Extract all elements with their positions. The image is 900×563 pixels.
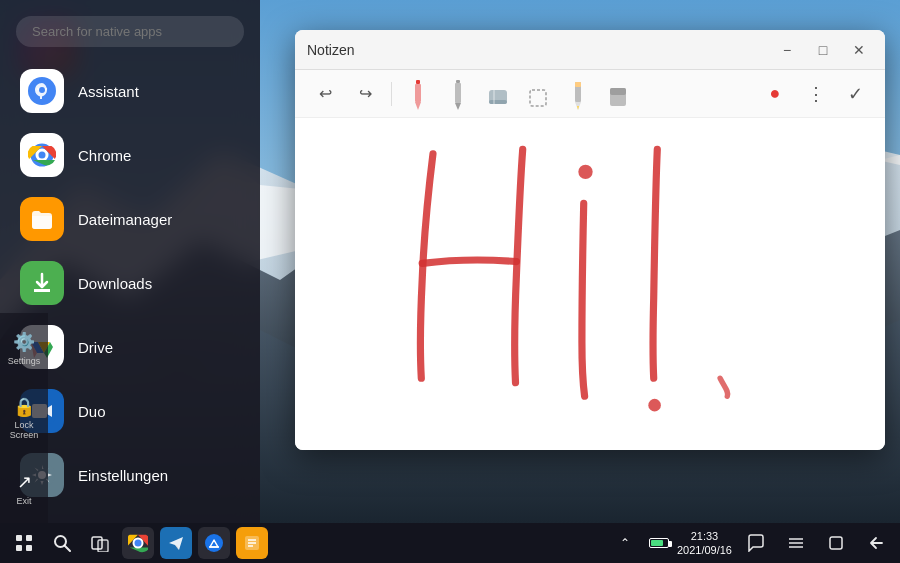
- settings-icon: ⚙️: [13, 331, 35, 353]
- settings-action[interactable]: ⚙️ Settings: [0, 313, 48, 383]
- pen-red-tool[interactable]: [400, 76, 436, 112]
- app-item-downloads[interactable]: Downloads: [8, 251, 252, 315]
- status-time: 21:33 2021/09/16: [677, 529, 732, 558]
- taskbar: ⌃ 21:33 2021/09/16: [0, 523, 900, 563]
- close-button[interactable]: ✕: [845, 36, 873, 64]
- home-button[interactable]: [820, 527, 852, 559]
- chat-button[interactable]: [740, 527, 772, 559]
- telegram-icon: [167, 534, 185, 552]
- pencil-tool[interactable]: [560, 76, 596, 112]
- more-button[interactable]: ⋮: [797, 76, 833, 112]
- app-item-dateimanager[interactable]: Dateimanager: [8, 187, 252, 251]
- svg-rect-21: [489, 100, 507, 104]
- folder-icon-svg: [29, 206, 55, 232]
- dateimanager-icon: [20, 197, 64, 241]
- svg-rect-16: [416, 80, 420, 84]
- toolbar-sep-1: [391, 82, 392, 106]
- lock-screen-action[interactable]: 🔒 LockScreen: [0, 383, 48, 453]
- block-icon: [607, 82, 629, 110]
- search-button[interactable]: [46, 527, 78, 559]
- pen-gray-icon: [452, 80, 464, 110]
- duo-label: Duo: [78, 403, 106, 420]
- svg-point-10: [39, 152, 46, 159]
- left-sidebar: ⚙️ Settings 🔒 LockScreen ↗ Exit: [0, 313, 48, 523]
- svg-rect-23: [530, 90, 546, 106]
- svg-rect-30: [16, 535, 22, 541]
- appstore-button[interactable]: [198, 527, 230, 559]
- chrome-taskbar-button[interactable]: [122, 527, 154, 559]
- svg-rect-18: [456, 80, 460, 83]
- minimize-button[interactable]: −: [773, 36, 801, 64]
- menu-icon: [787, 534, 805, 552]
- exit-icon: ↗: [17, 471, 32, 493]
- time-display: 21:33: [677, 529, 732, 543]
- svg-rect-17: [415, 84, 421, 102]
- notes-taskbar-icon: [243, 534, 261, 552]
- downloads-icon: [20, 261, 64, 305]
- assistant-label: Assistant: [78, 83, 139, 100]
- svg-point-40: [135, 540, 142, 547]
- back-icon: [868, 535, 884, 551]
- lock-icon: 🔒: [13, 396, 35, 418]
- record-button[interactable]: ●: [757, 76, 793, 112]
- back-button[interactable]: [860, 527, 892, 559]
- selector-tool[interactable]: [520, 76, 556, 112]
- eraser-tool[interactable]: [480, 76, 516, 112]
- apps-grid-icon: [15, 534, 33, 552]
- svg-rect-37: [98, 540, 108, 552]
- svg-rect-27: [610, 88, 626, 95]
- svg-rect-50: [830, 537, 842, 549]
- battery-fill: [651, 540, 663, 546]
- eraser-icon: [487, 82, 509, 110]
- lock-screen-label: LockScreen: [10, 421, 39, 441]
- chevron-up-button[interactable]: ⌃: [609, 527, 641, 559]
- menu-button[interactable]: [780, 527, 812, 559]
- dateimanager-label: Dateimanager: [78, 211, 172, 228]
- app-item-chrome[interactable]: Chrome: [8, 123, 252, 187]
- notes-taskbar-button[interactable]: [236, 527, 268, 559]
- svg-rect-19: [455, 83, 461, 103]
- svg-point-29: [648, 399, 661, 412]
- pen-gray-tool[interactable]: [440, 76, 476, 112]
- maximize-button[interactable]: □: [809, 36, 837, 64]
- svg-rect-22: [493, 90, 495, 104]
- selector-icon: [527, 82, 549, 110]
- drive-label: Drive: [78, 339, 113, 356]
- drawing-svg: [295, 118, 885, 450]
- app-item-assistant[interactable]: Assistant: [8, 59, 252, 123]
- pen-red-icon: [410, 80, 426, 110]
- notes-titlebar: Notizen − □ ✕: [295, 30, 885, 70]
- apps-grid-button[interactable]: [8, 527, 40, 559]
- taskbar-left: [8, 527, 268, 559]
- exit-label: Exit: [16, 496, 31, 506]
- notes-toolbar: ↩ ↪: [295, 70, 885, 118]
- window-controls: − □ ✕: [773, 36, 873, 64]
- download-icon-svg: [29, 270, 55, 296]
- check-button[interactable]: ✓: [837, 76, 873, 112]
- telegram-button[interactable]: [160, 527, 192, 559]
- svg-point-4: [39, 87, 45, 93]
- svg-rect-33: [26, 545, 32, 551]
- chrome-taskbar-icon: [128, 533, 148, 553]
- chrome-icon: [20, 133, 64, 177]
- battery-body: [649, 538, 669, 548]
- svg-point-41: [205, 534, 223, 552]
- svg-rect-25: [575, 82, 581, 87]
- taskbar-right: ⌃ 21:33 2021/09/16: [609, 527, 892, 559]
- search-icon: [53, 534, 71, 552]
- pencil-icon: [572, 80, 584, 110]
- svg-line-35: [65, 546, 71, 552]
- redo-button[interactable]: ↪: [347, 76, 383, 112]
- block-tool[interactable]: [600, 76, 636, 112]
- downloads-label: Downloads: [78, 275, 152, 292]
- svg-point-5: [37, 88, 39, 90]
- svg-rect-32: [16, 545, 22, 551]
- recents-button[interactable]: [84, 527, 116, 559]
- undo-button[interactable]: ↩: [307, 76, 343, 112]
- exit-action[interactable]: ↗ Exit: [0, 453, 48, 523]
- svg-point-6: [45, 88, 47, 90]
- svg-rect-31: [26, 535, 32, 541]
- launcher-search-input[interactable]: [16, 16, 244, 47]
- notes-canvas[interactable]: [295, 118, 885, 450]
- settings-label: Settings: [8, 356, 41, 366]
